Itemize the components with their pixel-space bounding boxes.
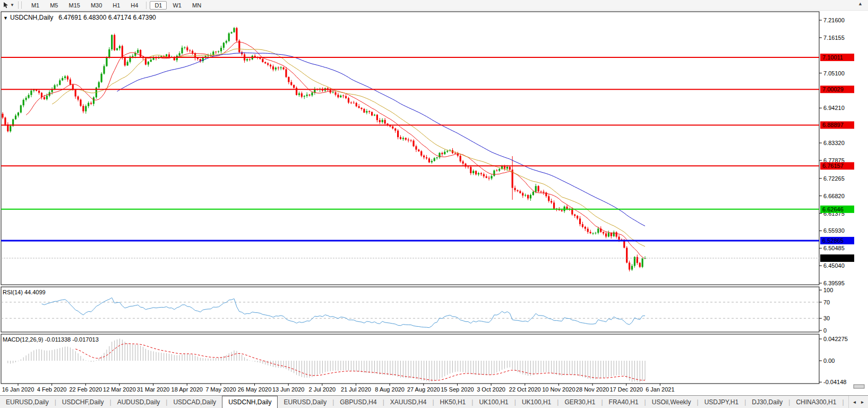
x-axis-date-label: 26 May 2020 <box>238 386 272 393</box>
chart-title: ▼USDCNH,Daily6.47691 6.48300 6.47174 6.4… <box>3 14 156 21</box>
y-axis-tick-label: 7.05100 <box>823 70 845 76</box>
chart-tab[interactable]: GER30,H1 <box>558 396 601 408</box>
chart-canvas[interactable]: 7.216007.161557.051006.942106.833206.778… <box>0 11 868 395</box>
timeframe-button-m30[interactable]: M30 <box>86 1 107 10</box>
chart-tab[interactable]: USDJPY,H1 <box>699 396 744 408</box>
main-price-panel[interactable] <box>1 12 819 285</box>
timeframe-button-m15[interactable]: M15 <box>64 1 84 10</box>
rsi-axis-label: 30 <box>823 315 830 321</box>
timeframe-button-mn[interactable]: MN <box>187 1 206 10</box>
macd-indicator-label: MACD(12,26,9) -0.011338 -0.017013 <box>3 336 99 343</box>
x-axis-date-label: 8 Aug 2020 <box>375 386 405 393</box>
x-axis-date-label: 16 Jan 2020 <box>2 386 35 393</box>
chart-tab[interactable]: UK100,H1 <box>516 396 557 408</box>
timeframe-button-w1[interactable]: W1 <box>168 1 186 10</box>
y-axis-tick-label: 7.16155 <box>823 35 845 41</box>
chart-window[interactable]: 7.216007.161557.051006.942106.833206.778… <box>0 11 868 395</box>
timeframe-button-d1[interactable]: D1 <box>150 1 167 10</box>
x-axis-date-label: 3 Oct 2020 <box>477 386 505 393</box>
chart-tab[interactable]: DJ30,Daily <box>746 396 788 408</box>
rsi-axis-label: 0 <box>823 327 827 334</box>
chart-tab[interactable]: USOil, <box>844 396 848 408</box>
y-axis-tick-label: 6.72265 <box>823 175 845 182</box>
tab-scroll-left-icon[interactable]: ◂ <box>853 399 856 405</box>
y-axis-tick-label: 6.39595 <box>823 280 845 286</box>
price-line-label: 6.52865 <box>822 237 844 244</box>
y-axis-tick-label: 6.66820 <box>823 193 845 199</box>
chart-tab-active[interactable]: USDCNH,Daily <box>222 396 278 408</box>
y-axis-tick-label: 6.83320 <box>823 140 845 146</box>
rsi-indicator-label: RSI(14) 44.4099 <box>3 289 46 295</box>
chart-tab[interactable]: USDCAD,Daily <box>167 396 222 408</box>
chart-tab[interactable]: USDCHF,Daily <box>56 396 110 408</box>
y-axis-tick-label: 6.94210 <box>823 105 845 111</box>
macd-axis-label: 0.00 <box>823 358 835 364</box>
chart-tab[interactable]: HK50,H1 <box>434 396 472 408</box>
y-axis-tick-label: 7.21600 <box>823 17 845 23</box>
x-axis-date-label: 17 Dec 2020 <box>610 386 643 393</box>
timeframe-button-m1[interactable]: M1 <box>27 1 44 10</box>
macd-axis-label: 0.042275 <box>823 336 848 342</box>
chart-ohlc-values: 6.47691 6.48300 6.47174 6.47390 <box>58 14 156 21</box>
rsi-panel[interactable] <box>1 287 819 332</box>
macd-panel[interactable] <box>1 334 819 384</box>
chart-tab[interactable]: GBPUSD,H4 <box>334 396 382 408</box>
x-axis-date-label: 27 Aug 2020 <box>407 386 440 393</box>
toolbar-corner-marker-icon[interactable]: ▲ <box>858 1 863 6</box>
price-line-label: 7.00029 <box>822 86 844 92</box>
x-axis-date-label: 12 Mar 2020 <box>103 386 136 393</box>
chart-tab[interactable]: AUDUSD,Daily <box>111 396 166 408</box>
x-axis-date-label: 2 Jul 2020 <box>308 386 336 393</box>
collapse-caret-icon[interactable]: ▼ <box>3 15 8 21</box>
chart-scroll-thumb[interactable] <box>854 385 864 388</box>
y-axis-tick-label: 6.45040 <box>823 262 845 269</box>
chart-tab[interactable]: EURUSD,Daily <box>278 396 332 408</box>
chart-tab[interactable]: CHINA300,H1 <box>790 396 842 408</box>
tab-scroll-arrows: ◂ ▸ <box>848 396 868 408</box>
x-axis-date-label: 22 Feb 2020 <box>69 386 102 393</box>
rsi-axis-label: 70 <box>823 299 830 305</box>
toolbar-grip <box>18 2 22 8</box>
price-line-label: 6.88897 <box>822 122 844 128</box>
chart-tab[interactable]: EURUSD,Daily <box>0 396 55 408</box>
cursor-icon <box>3 2 10 8</box>
x-axis-date-label: 18 Apr 2020 <box>171 386 203 393</box>
chart-tab[interactable]: UK100,H1 <box>473 396 514 408</box>
chart-tab[interactable]: FRA40,H1 <box>603 396 644 408</box>
y-axis-tick-label: 6.50485 <box>823 245 845 251</box>
chart-tab[interactable]: XAUUSD,H4 <box>384 396 433 408</box>
chart-tab[interactable]: USOil,Weekly <box>646 396 697 408</box>
price-line-label: 7.10011 <box>822 54 843 61</box>
x-axis-date-label: 31 Mar 2020 <box>137 386 170 393</box>
x-axis-date-label: 22 Oct 2020 <box>509 386 541 393</box>
x-axis-date-label: 13 Jun 2020 <box>272 386 305 393</box>
x-axis-date-label: 15 Sep 2020 <box>441 386 474 393</box>
chart-tabs-bar: EURUSD,Daily|USDCHF,Daily|AUDUSD,Daily|U… <box>0 395 868 408</box>
x-axis-date-label: 10 Nov 2020 <box>542 386 575 393</box>
cursor-dropdown-caret-icon[interactable]: ▼ <box>10 3 14 7</box>
timeframe-button-m5[interactable]: M5 <box>45 1 63 10</box>
x-axis-date-label: 28 Nov 2020 <box>576 386 609 393</box>
price-line-label: 6.62646 <box>822 206 844 212</box>
rsi-axis-label: 100 <box>823 287 833 293</box>
y-axis-tick-label: 6.55930 <box>823 227 845 234</box>
macd-axis-label: -0.04148 <box>823 379 846 385</box>
x-axis-date-label: 6 Jan 2021 <box>646 386 674 393</box>
timeframe-button-h1[interactable]: H1 <box>108 1 125 10</box>
current-price-label: 6.47390 <box>822 255 844 261</box>
x-axis-date-label: 4 Feb 2020 <box>37 386 67 393</box>
price-line-label: 6.76157 <box>822 163 844 169</box>
tab-scroll-right-icon[interactable]: ▸ <box>861 399 864 405</box>
x-axis-date-label: 21 Jul 2020 <box>341 386 371 393</box>
cursor-tool-icon[interactable] <box>2 1 10 10</box>
top-toolbar: ▼ M1M5M15M30H1H4D1W1MN ▲ <box>0 0 868 11</box>
x-axis-date-label: 7 May 2020 <box>205 386 236 393</box>
toolbar-separator <box>146 2 147 9</box>
chart-symbol-label: USDCNH,Daily <box>10 14 53 21</box>
timeframe-button-h4[interactable]: H4 <box>126 1 143 10</box>
